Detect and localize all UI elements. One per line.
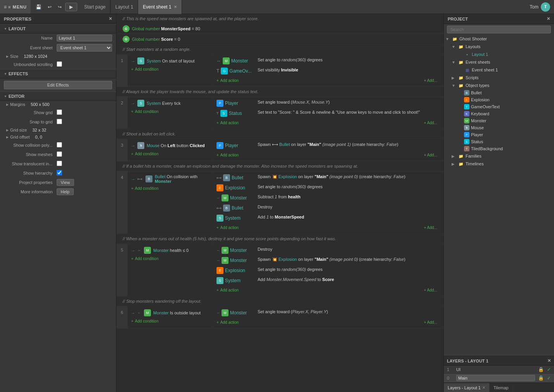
tree-eventsheet1[interactable]: ▶ ▦ Event sheet 1 (444, 66, 554, 74)
layer-lock-main[interactable]: 🔒 (538, 375, 544, 381)
tab-start[interactable]: Start page (80, 0, 111, 14)
prop-gridoffset-expand[interactable]: ▶ Grid offset 0, 0 (0, 134, 116, 140)
tree-scripts-expand[interactable]: ▶ (452, 76, 456, 80)
save-button[interactable]: 💾 (33, 3, 44, 11)
action-5-4[interactable]: S System Add Monster.Movement.Speed to S… (213, 276, 443, 286)
cond-6-1[interactable]: → ↔ M Monster Is outside layout (128, 308, 213, 318)
left-panel-close[interactable]: ✕ (109, 16, 112, 21)
action-4-3[interactable]: ↔ M Monster Subtract 1 from health (213, 193, 443, 203)
add-cond-4[interactable]: + Add condition (128, 185, 213, 192)
tree-monster[interactable]: ▶ M Monster (444, 117, 554, 124)
tree-layout1[interactable]: ▶ ▪ Layout 1 (444, 50, 554, 58)
tree-eventsheets[interactable]: ▼ 📁 Event sheets (444, 58, 554, 66)
tab-event1-close[interactable]: ✕ (174, 5, 177, 9)
action-5-3[interactable]: E Explosion Set angle to random(360) deg… (213, 265, 443, 276)
layer-name-input-main[interactable] (456, 375, 535, 381)
action-3-1[interactable]: P Player Spawn ⟷ Bullet on layer "Main" … (213, 140, 443, 151)
add-subevent-4[interactable]: + Add... (421, 224, 440, 231)
prop-gridsize-expand[interactable]: ▶ Grid size 32 x 32 (0, 127, 116, 134)
add-action-2[interactable]: + Add action + Add... (213, 118, 443, 127)
cond-1-1[interactable]: → S System On start of layout (128, 56, 213, 66)
layer-row-ui[interactable]: 1 UI 🔒 ✓ (444, 366, 554, 374)
tree-tiledbg[interactable]: ▶ T TiledBackground (444, 145, 554, 152)
action-1-2[interactable]: T G GameOv... Set visibility Invisible (213, 66, 443, 76)
redo-button[interactable]: ↪ (55, 3, 64, 11)
tree-mouse[interactable]: ▶ 🖱 Mouse (444, 124, 554, 131)
add-action-3[interactable]: + Add action + Add... (213, 151, 443, 160)
tree-status[interactable]: ▶ S Status (444, 138, 554, 145)
add-cond-2[interactable]: + Add condition (128, 108, 213, 115)
cond-3-1[interactable]: → 🖱 Mouse On Left button Clicked (128, 140, 213, 151)
action-2-2[interactable]: T S Status Set text to "Score: " & Score… (213, 108, 443, 118)
add-subevent-5[interactable]: + Add... (421, 287, 440, 293)
add-subevent-2[interactable]: + Add... (421, 120, 440, 126)
tree-root-expand[interactable]: ▼ (445, 37, 450, 41)
edit-effects-button[interactable]: Edit Effects (4, 81, 112, 89)
action-6-1[interactable]: ↔ M Monster Set angle toward (Player.X, … (213, 308, 443, 318)
add-subevent-3[interactable]: + Add... (421, 152, 440, 158)
tree-player[interactable]: ▶ P Player (444, 131, 554, 138)
cond-4-1[interactable]: → ⟷ B Bullet On collision withMonster (128, 173, 213, 185)
cond-5-1[interactable]: → ↔ M Monster health ≤ 0 (128, 245, 213, 255)
layer-vis-main[interactable]: ✓ (547, 375, 551, 381)
more-info-button[interactable]: Help (57, 188, 74, 195)
hierarchy-checkbox[interactable] (57, 170, 62, 175)
play-button[interactable]: ▶ (65, 3, 77, 11)
meshes-checkbox[interactable] (57, 151, 62, 157)
cond-2-1[interactable]: → S System Every tick (128, 98, 213, 108)
name-input[interactable] (57, 35, 112, 42)
tree-objecttypes[interactable]: ▼ 📁 Object types (444, 82, 554, 89)
collision-checkbox[interactable] (57, 142, 62, 147)
action-4-2[interactable]: E Explosion Set angle to random(360) deg… (213, 183, 443, 193)
layer-lock-ui[interactable]: 🔒 (538, 367, 544, 372)
section-editor[interactable]: ▼ EDITOR (0, 92, 116, 101)
tree-families[interactable]: ▶ 📁 Families (444, 152, 554, 160)
add-action-1[interactable]: + Add action + Add... (213, 76, 443, 85)
action-4-1[interactable]: ⟷ B Bullet Spawn 💥 Explosion on layer "M… (213, 173, 443, 183)
action-4-5[interactable]: S System Add 1 to MonsterSpeed (213, 213, 443, 223)
add-subevent-6[interactable]: + Add... (421, 319, 440, 326)
undo-button[interactable]: ↩ (45, 3, 54, 11)
action-4-4[interactable]: ⟷ B Bullet Destroy (213, 203, 443, 213)
add-cond-1[interactable]: + Add condition (128, 66, 213, 73)
add-cond-5[interactable]: + Add condition (128, 255, 213, 262)
tree-eventsheets-expand[interactable]: ▼ (452, 60, 456, 64)
tree-explosion[interactable]: ▶ E Explosion (444, 96, 554, 103)
prop-size-expand[interactable]: ▶ Size 1280 x 1024 (0, 53, 116, 60)
tree-timelines-expand[interactable]: ▶ (452, 162, 456, 166)
tree-gameovertext[interactable]: ▶ T GameOverText (444, 103, 554, 110)
action-2-1[interactable]: P Player Set angle toward (Mouse.X, Mous… (213, 98, 443, 108)
tree-bullet[interactable]: ▶ B Bullet (444, 89, 554, 96)
eventsheet-select[interactable]: Event sheet 1 (57, 44, 112, 52)
unbounded-checkbox[interactable] (57, 61, 62, 67)
add-action-6[interactable]: + Add action + Add... (213, 318, 443, 327)
prop-margins-expand[interactable]: ▶ Margins 500 x 500 (0, 101, 116, 108)
section-layout[interactable]: ▼ LAYOUT (0, 24, 116, 33)
show-grid-checkbox[interactable] (57, 109, 62, 115)
project-props-button[interactable]: View (57, 179, 74, 186)
tilemap-tab[interactable]: Tilemap (490, 383, 513, 392)
tree-layouts[interactable]: ▼ 📁 Layouts (444, 43, 554, 50)
action-5-1[interactable]: ↔ M Monster Destroy (213, 245, 443, 255)
menu-button[interactable]: ≡ ≡ MENU (0, 0, 31, 14)
layers-close[interactable]: ✕ (547, 358, 551, 363)
layer-vis-ui[interactable]: ✓ (547, 367, 551, 372)
tab-event1[interactable]: Event sheet 1 ✕ (138, 0, 182, 14)
add-action-5[interactable]: + Add action + Add... (213, 286, 443, 295)
layer-row-main[interactable]: 0 🔒 ✓ (444, 374, 554, 383)
tree-layouts-expand[interactable]: ▼ (452, 45, 456, 49)
add-subevent-1[interactable]: + Add... (421, 77, 440, 84)
translucent-checkbox[interactable] (57, 161, 62, 166)
tree-families-expand[interactable]: ▶ (452, 154, 456, 158)
tree-scripts[interactable]: ▶ 📁 Scripts (444, 74, 554, 82)
search-input[interactable] (447, 26, 551, 33)
tab-layout1[interactable]: Layout 1 (111, 0, 138, 14)
right-panel-close[interactable]: ✕ (547, 16, 550, 21)
tree-project-root[interactable]: ▼ 📁 Ghost Shooter (444, 35, 554, 43)
add-cond-6[interactable]: + Add condition (128, 318, 213, 324)
snap-grid-checkbox[interactable] (57, 119, 62, 124)
add-action-4[interactable]: + Add action + Add... (213, 223, 443, 232)
add-cond-3[interactable]: + Add condition (128, 151, 213, 157)
action-1-1[interactable]: ↔ M Monster Set angle to random(360) deg… (213, 56, 443, 66)
layers-tab-active[interactable]: Layers - Layout 1 ✕ (444, 383, 490, 392)
